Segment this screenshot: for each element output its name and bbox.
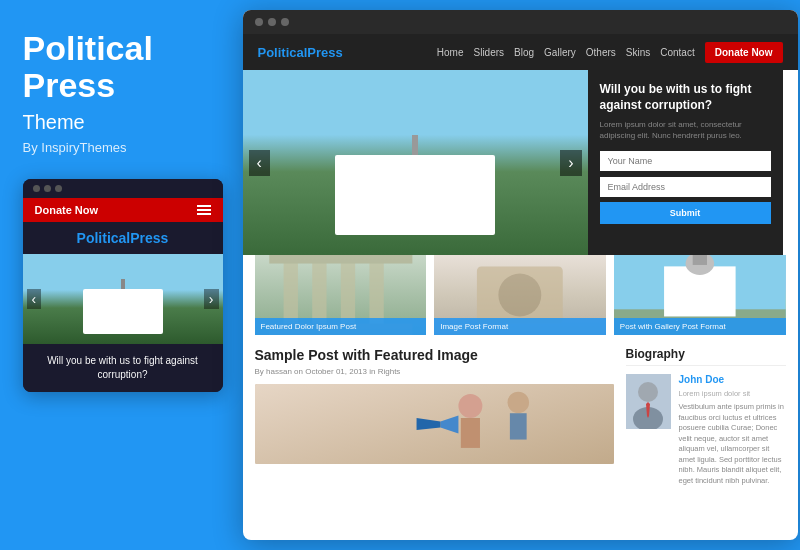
thumb-2-label: Image Post Format: [434, 318, 606, 335]
thumb-3[interactable]: Post with Gallery Post Format: [614, 255, 786, 335]
nav-skins[interactable]: Skins: [626, 47, 650, 58]
hero-sidebar: Will you be with us to fight against cor…: [588, 70, 783, 255]
nav-gallery[interactable]: Gallery: [544, 47, 576, 58]
desktop-dot-3: [281, 18, 289, 26]
mobile-next-arrow[interactable]: ›: [204, 289, 219, 309]
thumb-2[interactable]: Image Post Format: [434, 255, 606, 335]
dot-2: [44, 185, 51, 192]
bio-info: John Doe Lorem ipsum dolor sit Vestibulu…: [679, 374, 786, 486]
left-panel: Political Press Theme By InspiryThemes D…: [3, 0, 243, 550]
app-byline: By InspiryThemes: [23, 140, 223, 155]
app-title: Political Press: [23, 30, 223, 105]
whitehouse-building: [335, 155, 495, 235]
name-input[interactable]: [600, 151, 771, 171]
two-col-layout: Sample Post with Featured Image By hassa…: [255, 347, 786, 486]
post-meta: By hassan on October 01, 2013 in Rights: [255, 367, 614, 376]
app-subtitle: Theme: [23, 111, 223, 134]
bio-role: Lorem ipsum dolor sit: [679, 389, 786, 398]
nav-home[interactable]: Home: [437, 47, 464, 58]
nav-others[interactable]: Others: [586, 47, 616, 58]
dot-1: [33, 185, 40, 192]
nav-sliders[interactable]: Sliders: [474, 47, 505, 58]
side-column: Biography John Doe: [626, 347, 786, 486]
thumb-1-label: Featured Dolor Ipsum Post: [255, 318, 427, 335]
thumb-1[interactable]: Featured Dolor Ipsum Post: [255, 255, 427, 335]
mobile-prev-arrow[interactable]: ‹: [27, 289, 42, 309]
post-featured-image: [255, 384, 614, 464]
desktop-dot-2: [268, 18, 276, 26]
mobile-hero: ‹ ›: [23, 254, 223, 344]
desktop-inner: ‹ › Will you be with us to fight against…: [243, 70, 798, 540]
submit-button[interactable]: Submit: [600, 202, 771, 224]
desktop-logo-plain: Political: [258, 45, 308, 60]
dot-3: [55, 185, 62, 192]
desktop-top-bar: [243, 10, 798, 34]
desktop-dot-1: [255, 18, 263, 26]
biography-card: John Doe Lorem ipsum dolor sit Vestibulu…: [626, 374, 786, 486]
mobile-mockup: Donate Now PoliticalPress ‹ › Will you b…: [23, 179, 223, 392]
mobile-logo-colored: Press: [130, 230, 168, 246]
mobile-logo-plain: Political: [77, 230, 131, 246]
svg-rect-16: [460, 418, 479, 448]
thumbnail-row: Featured Dolor Ipsum Post Image Post For…: [255, 255, 786, 335]
nav-links: Home Sliders Blog Gallery Others Skins C…: [437, 42, 783, 63]
svg-point-22: [638, 382, 658, 402]
bio-name: John Doe: [679, 374, 786, 385]
mobile-hero-image: [23, 254, 223, 344]
nav-contact[interactable]: Contact: [660, 47, 694, 58]
desktop-content: Featured Dolor Ipsum Post Image Post For…: [243, 255, 798, 498]
mobile-logo: PoliticalPress: [23, 222, 223, 254]
email-input[interactable]: [600, 177, 771, 197]
whitehouse-image: [83, 289, 163, 334]
mobile-donate-bar[interactable]: Donate Now: [23, 198, 223, 222]
svg-point-15: [458, 394, 482, 418]
bio-photo: [626, 374, 671, 429]
hamburger-icon[interactable]: [197, 205, 211, 215]
nav-blog[interactable]: Blog: [514, 47, 534, 58]
mobile-caption: Will you be with us to fight against cor…: [23, 344, 223, 392]
hero-sidebar-title: Will you be with us to fight against cor…: [600, 82, 771, 113]
nav-donate-button[interactable]: Donate Now: [705, 42, 783, 63]
bio-description: Vestibulum ante ipsum primis in faucibus…: [679, 402, 786, 486]
mobile-top-bar: [23, 179, 223, 198]
hero-section: ‹ › Will you be with us to fight against…: [243, 70, 798, 255]
post-title: Sample Post with Featured Image: [255, 347, 614, 363]
hero-sidebar-text: Lorem ipsum dolor sit amet, consectetur …: [600, 119, 771, 141]
desktop-logo-colored: Press: [307, 45, 342, 60]
mobile-donate-label: Donate Now: [35, 204, 99, 216]
svg-point-7: [499, 274, 542, 317]
desktop-logo: PoliticalPress: [258, 45, 343, 60]
svg-rect-12: [693, 255, 707, 265]
thumb-3-label: Post with Gallery Post Format: [614, 318, 786, 335]
main-column: Sample Post with Featured Image By hassa…: [255, 347, 614, 486]
hero-prev-arrow[interactable]: ‹: [249, 150, 270, 176]
svg-point-19: [507, 392, 529, 414]
svg-rect-4: [269, 255, 412, 264]
hero-image: ‹ ›: [243, 70, 588, 255]
hero-next-arrow[interactable]: ›: [560, 150, 581, 176]
desktop-mockup: PoliticalPress Home Sliders Blog Gallery…: [243, 10, 798, 540]
svg-rect-20: [509, 413, 526, 439]
desktop-nav: PoliticalPress Home Sliders Blog Gallery…: [243, 34, 798, 70]
biography-title: Biography: [626, 347, 786, 366]
